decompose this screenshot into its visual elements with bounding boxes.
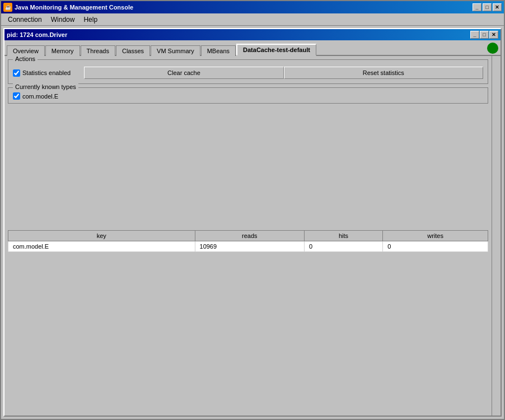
menu-window[interactable]: Window [46, 15, 80, 25]
tab-threads[interactable]: Threads [81, 45, 115, 56]
col-key: key [8, 231, 195, 241]
content-area: Actions Statistics enabled Clear cache [4, 56, 501, 416]
cell-reads: 10969 [195, 241, 304, 252]
known-types-group: Currently known types com.model.E [8, 87, 488, 104]
known-types-content: com.model.E [8, 88, 488, 103]
col-reads: reads [195, 231, 304, 241]
inner-title-bar: pid: 1724 com.Driver _ □ ✕ [4, 29, 501, 40]
main-content: Actions Statistics enabled Clear cache [4, 56, 492, 416]
menu-connection[interactable]: Connection [3, 15, 46, 25]
inner-minimize-button[interactable]: _ [470, 31, 479, 39]
cell-writes: 0 [383, 241, 488, 252]
col-writes: writes [383, 231, 488, 241]
outer-title-bar: ☕ Java Monitoring & Management Console _… [1, 1, 504, 13]
table-header-row: key reads hits writes [8, 231, 488, 241]
actions-legend: Actions [13, 56, 38, 62]
actions-group: Actions Statistics enabled Clear cache [8, 59, 488, 84]
tab-overview[interactable]: Overview [7, 45, 45, 56]
tab-memory[interactable]: Memory [45, 45, 80, 56]
outer-window-title: Java Monitoring & Management Console [15, 4, 473, 11]
com-model-e-checkbox[interactable] [13, 92, 20, 100]
inner-window-controls: _ □ ✕ [470, 31, 498, 39]
status-icon [487, 43, 498, 54]
reset-statistics-button[interactable]: Reset statistics [284, 67, 483, 79]
actions-left: Statistics enabled [13, 69, 71, 77]
tab-vmsummary[interactable]: VM Summary [151, 45, 200, 56]
inner-window: pid: 1724 com.Driver _ □ ✕ Overview Memo… [3, 28, 502, 417]
com-model-e-label: com.model.E [13, 92, 483, 100]
menu-help[interactable]: Help [79, 15, 102, 25]
actions-content: Statistics enabled Clear cache Reset sta… [8, 60, 488, 83]
table-header: key reads hits writes [8, 231, 488, 241]
cell-key: com.model.E [8, 241, 195, 252]
cell-hits: 0 [304, 241, 382, 252]
right-scrollbar[interactable] [492, 56, 501, 416]
statistics-enabled-checkbox[interactable] [13, 69, 20, 77]
scrollable-area: Actions Statistics enabled Clear cache [4, 56, 492, 416]
col-hits: hits [304, 231, 382, 241]
outer-minimize-button[interactable]: _ [473, 3, 481, 11]
tab-classes[interactable]: Classes [116, 45, 150, 56]
outer-window-controls: _ □ ✕ [473, 3, 502, 11]
known-types-legend: Currently known types [13, 83, 78, 90]
tab-bar: Overview Memory Threads Classes VM Summa… [4, 40, 501, 56]
menu-bar: Connection Window Help [1, 13, 504, 26]
table-body: com.model.E 10969 0 0 [8, 241, 488, 252]
java-icon: ☕ [3, 3, 12, 12]
tab-datacache[interactable]: DataCache-test-default [236, 44, 316, 56]
outer-maximize-button[interactable]: □ [483, 3, 492, 11]
statistics-enabled-label: Statistics enabled [13, 69, 71, 77]
statistics-enabled-text: Statistics enabled [22, 69, 71, 76]
table-row: com.model.E 10969 0 0 [8, 241, 488, 252]
inner-close-button[interactable]: ✕ [489, 31, 498, 39]
outer-close-button[interactable]: ✕ [493, 3, 502, 11]
inner-window-title: pid: 1724 com.Driver [7, 31, 470, 38]
tab-mbeans[interactable]: MBeans [201, 45, 236, 56]
inner-maximize-button[interactable]: □ [480, 31, 489, 39]
actions-buttons: Clear cache Reset statistics [84, 67, 483, 79]
com-model-e-text: com.model.E [22, 93, 58, 100]
data-table: key reads hits writes com.model.E 10969 [8, 230, 488, 252]
outer-window: ☕ Java Monitoring & Management Console _… [0, 0, 505, 420]
data-table-wrapper: key reads hits writes com.model.E 10969 [8, 230, 488, 252]
clear-cache-button[interactable]: Clear cache [84, 67, 283, 79]
